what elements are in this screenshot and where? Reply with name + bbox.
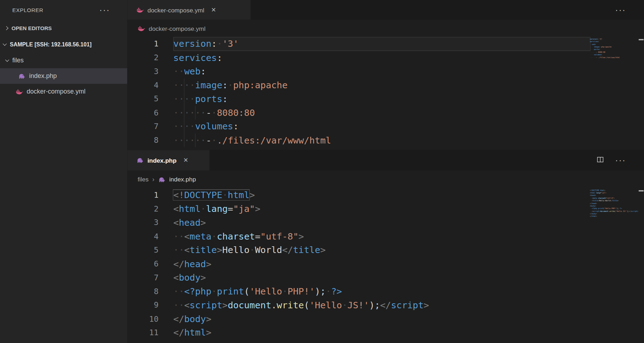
code-lines[interactable]: 1version:·'3'2services:3··web:4····image… xyxy=(127,37,591,150)
editor-actions: ··· xyxy=(615,0,644,20)
code-line[interactable]: 2services: xyxy=(127,51,591,64)
code-token: : xyxy=(217,52,222,63)
breadcrumb: files › index.php xyxy=(127,170,644,188)
vscode-window: EXPLORER ··· OPEN EDITORS SAMPLE [SSH: 1… xyxy=(0,0,644,343)
split-editor-icon[interactable] xyxy=(597,156,604,164)
indent-guide xyxy=(184,133,185,147)
line-number: 8 xyxy=(127,285,158,298)
code-token: > xyxy=(200,272,206,283)
code-editor[interactable]: 1version:·'3'2services:3··web:4····image… xyxy=(127,37,644,150)
chevron-down-icon xyxy=(3,42,7,46)
code-token: > xyxy=(249,190,255,200)
code-token: services xyxy=(173,52,217,63)
code-token: </ xyxy=(380,300,391,310)
code-token: : xyxy=(222,80,228,90)
code-line[interactable]: 5····ports: xyxy=(127,92,591,106)
more-actions-icon[interactable]: ··· xyxy=(615,158,626,162)
minimap[interactable]: version:·'3'services:··web:····image:·ph… xyxy=(590,38,638,146)
code-token: · xyxy=(222,190,228,200)
code-token: > xyxy=(424,300,429,310)
line-number: 12 xyxy=(127,339,158,343)
code-line[interactable]: 3··web: xyxy=(127,64,591,78)
code-token: . xyxy=(271,300,277,310)
code-line[interactable]: 6······-·8080:80 xyxy=(127,106,591,120)
code-token: < xyxy=(173,204,179,214)
code-token: '3' xyxy=(222,39,239,49)
code-token: charset xyxy=(217,231,255,241)
code-token: meta xyxy=(190,231,211,241)
docker-icon xyxy=(16,88,23,95)
code-line[interactable]: 7<body> xyxy=(127,271,591,285)
line-number: 4 xyxy=(127,78,158,92)
code-token: · xyxy=(211,135,217,145)
code-token: 8080:80 xyxy=(217,107,255,118)
line-number: 8 xyxy=(127,133,158,147)
code-lines[interactable]: 1<!DOCTYPE·html>2<html·lang="ja">3<head>… xyxy=(127,188,591,343)
code-token: title xyxy=(190,245,217,255)
code-line[interactable]: 3<head> xyxy=(127,216,591,230)
line-number: 1 xyxy=(127,188,158,202)
line-number: 1 xyxy=(127,37,158,51)
explorer-header: EXPLORER ··· xyxy=(0,0,127,20)
code-line[interactable]: 10</body> xyxy=(127,312,591,326)
code-token: > xyxy=(217,245,222,255)
minimap[interactable]: <!DOCTYPE·html><html·lang="ja"><head>··<… xyxy=(590,189,638,338)
code-token: script xyxy=(190,300,222,310)
code-line[interactable]: 12 xyxy=(127,339,591,343)
code-line[interactable]: 5··<title>Hello·World</title> xyxy=(127,243,591,257)
code-editor[interactable]: 1<!DOCTYPE·html>2<html·lang="ja">3<head>… xyxy=(127,188,644,343)
code-token: 'Hello xyxy=(309,300,342,310)
code-token: - xyxy=(206,107,211,118)
section-open-editors[interactable]: OPEN EDITORS xyxy=(0,20,127,36)
tab-index-php[interactable]: index.php × xyxy=(127,150,209,170)
code-token: write xyxy=(277,300,304,310)
code-line[interactable]: 7····volumes: xyxy=(127,119,591,133)
code-token: </ xyxy=(173,314,184,324)
line-number: 6 xyxy=(127,257,158,271)
close-icon[interactable]: × xyxy=(183,156,188,165)
tree-item-docker-compose-yml[interactable]: docker-compose.yml xyxy=(0,84,127,100)
breadcrumb-item[interactable]: index.php xyxy=(169,176,196,183)
breadcrumb-item[interactable]: files xyxy=(137,176,148,183)
code-line[interactable]: 11</html> xyxy=(127,326,591,339)
explorer-more-icon[interactable]: ··· xyxy=(100,8,110,12)
code-line[interactable]: 8··<?php·print('Hello·PHP!');·?> xyxy=(127,285,591,298)
tree-item-files-folder[interactable]: files xyxy=(0,52,127,68)
code-token: document xyxy=(228,300,271,310)
code-line[interactable]: 1<!DOCTYPE·html> xyxy=(127,188,591,202)
code-token: print xyxy=(217,286,244,297)
code-token: <?php xyxy=(184,286,211,297)
breadcrumb-item[interactable]: docker-compose.yml xyxy=(149,25,205,32)
tab-docker-compose-yml[interactable]: docker-compose.yml × xyxy=(127,0,250,20)
section-workspace[interactable]: SAMPLE [SSH: 192.168.56.101] xyxy=(0,36,127,52)
code-line[interactable]: 9 xyxy=(127,147,591,150)
indent-guide xyxy=(195,133,196,147)
overview-cursor-marker xyxy=(639,190,644,191)
close-icon[interactable]: × xyxy=(211,5,216,15)
code-line[interactable]: 6</head> xyxy=(127,257,591,271)
code-token: : xyxy=(200,66,206,77)
line-number: 4 xyxy=(127,230,158,243)
tree-item-index-php[interactable]: index.php xyxy=(0,68,127,84)
code-line[interactable]: 8······-·./files:/var/www/html xyxy=(127,133,591,147)
code-token: ( xyxy=(244,286,249,297)
code-token: head xyxy=(184,259,206,269)
section-label: OPEN EDITORS xyxy=(11,25,52,31)
code-token: · xyxy=(211,107,217,118)
code-line[interactable]: 4····image:·php:apache xyxy=(127,78,591,92)
code-token: body xyxy=(184,314,206,324)
code-token: > xyxy=(299,231,304,241)
code-token: > xyxy=(206,314,211,324)
more-actions-icon[interactable]: ··· xyxy=(615,8,626,12)
code-line[interactable]: 4··<meta·charset="utf-8"> xyxy=(127,230,591,243)
editor-area: docker-compose.yml × ··· docker-compose.… xyxy=(127,0,644,343)
code-line[interactable]: 2<html·lang="ja"> xyxy=(127,202,591,216)
code-line[interactable]: 9··<script>document.write('Hello·JS!');<… xyxy=(127,298,591,312)
code-token: · xyxy=(217,39,222,49)
code-token: html xyxy=(228,190,249,200)
php-icon xyxy=(136,157,144,164)
code-token: · xyxy=(228,80,233,90)
indent-guide xyxy=(184,119,185,133)
code-line[interactable]: 1version:·'3' xyxy=(127,37,591,51)
docker-icon xyxy=(137,25,145,32)
